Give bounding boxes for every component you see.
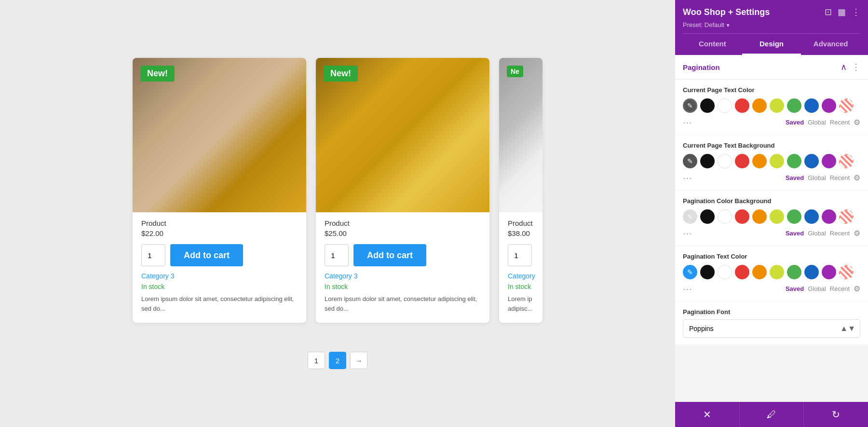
red-swatch-1[interactable] bbox=[735, 98, 749, 113]
white-swatch-4[interactable] bbox=[718, 265, 732, 279]
global-link-2[interactable]: Global bbox=[808, 174, 826, 181]
global-link-4[interactable]: Global bbox=[808, 285, 826, 292]
tab-content[interactable]: Content bbox=[683, 34, 742, 55]
next-page-button[interactable]: → bbox=[350, 352, 367, 369]
collapse-icon[interactable]: ∧ bbox=[841, 62, 847, 72]
font-select[interactable]: Poppins Roboto Open Sans Lato Montserrat bbox=[683, 319, 860, 338]
bottom-bar-preview-button[interactable]: 🖊 bbox=[740, 402, 804, 427]
red-swatch-3[interactable] bbox=[735, 209, 749, 224]
red-swatch-2[interactable] bbox=[735, 154, 749, 168]
global-link-1[interactable]: Global bbox=[808, 119, 826, 126]
black-swatch-2[interactable] bbox=[700, 154, 715, 168]
panel-tabs: Content Design Advanced bbox=[683, 33, 860, 55]
yellow-swatch-1[interactable] bbox=[770, 98, 784, 113]
bottom-bar-save-button[interactable]: ✕ bbox=[675, 402, 740, 427]
purple-swatch-3[interactable] bbox=[822, 209, 836, 224]
white-swatch-1[interactable] bbox=[718, 98, 732, 113]
recent-link-3[interactable]: Recent bbox=[830, 230, 850, 237]
purple-swatch-2[interactable] bbox=[822, 154, 836, 168]
green-swatch-2[interactable] bbox=[787, 154, 801, 168]
page-2-button[interactable]: 2 bbox=[329, 352, 346, 369]
saved-link-4[interactable]: Saved bbox=[786, 285, 804, 292]
blue-swatch-3[interactable] bbox=[804, 209, 819, 224]
blue-swatch-4[interactable] bbox=[804, 265, 819, 279]
category-link-3[interactable]: Category bbox=[499, 272, 542, 280]
black-swatch-3[interactable] bbox=[700, 209, 715, 224]
saved-link-3[interactable]: Saved bbox=[786, 230, 804, 237]
black-swatch-4[interactable] bbox=[700, 265, 715, 279]
panel-bottom-bar: ✕ 🖊 ↻ bbox=[675, 402, 868, 427]
panel-header: Woo Shop + Settings ⊡ ▦ ⋮ Preset: Defaul… bbox=[675, 0, 868, 55]
striped-swatch-2[interactable] bbox=[839, 154, 854, 168]
dots-button-3[interactable]: ··· bbox=[683, 228, 692, 239]
layout-icon[interactable]: ▦ bbox=[838, 7, 846, 17]
yellow-swatch-2[interactable] bbox=[770, 154, 784, 168]
gear-icon-4[interactable]: ⚙ bbox=[854, 284, 860, 293]
striped-swatch-1[interactable] bbox=[839, 98, 854, 113]
purple-swatch-4[interactable] bbox=[822, 265, 836, 279]
product-image-3: Ne bbox=[499, 58, 542, 212]
gear-icon-2[interactable]: ⚙ bbox=[854, 173, 860, 182]
category-link-1[interactable]: Category 3 bbox=[133, 272, 306, 280]
recent-link-1[interactable]: Recent bbox=[830, 119, 850, 126]
current-page-text-color-swatches: ✎ bbox=[683, 98, 860, 113]
recent-link-4[interactable]: Recent bbox=[830, 285, 850, 292]
blue-swatch-1[interactable] bbox=[804, 98, 819, 113]
dots-button-4[interactable]: ··· bbox=[683, 283, 692, 294]
pagination-font-section: Pagination Font Poppins Roboto Open Sans… bbox=[675, 302, 868, 344]
add-to-cart-button-2[interactable]: Add to cart bbox=[353, 244, 426, 266]
dots-button-1[interactable]: ··· bbox=[683, 117, 692, 128]
global-link-3[interactable]: Global bbox=[808, 230, 826, 237]
orange-swatch-2[interactable] bbox=[752, 154, 767, 168]
responsive-icon[interactable]: ⊡ bbox=[825, 7, 832, 17]
color-meta-row-4: ··· Saved Global Recent ⚙ bbox=[683, 283, 860, 294]
section-more-icon[interactable]: ⋮ bbox=[852, 62, 860, 72]
gear-icon-1[interactable]: ⚙ bbox=[854, 118, 860, 127]
section-header-icons: ∧ ⋮ bbox=[841, 62, 860, 72]
orange-swatch-1[interactable] bbox=[752, 98, 767, 113]
eyedropper-swatch-2[interactable]: ✎ bbox=[683, 154, 697, 168]
striped-swatch-4[interactable] bbox=[839, 265, 854, 279]
product-name-3: Product bbox=[508, 219, 534, 227]
tab-design[interactable]: Design bbox=[742, 34, 801, 55]
blue-swatch-2[interactable] bbox=[804, 154, 819, 168]
green-swatch-1[interactable] bbox=[787, 98, 801, 113]
green-swatch-4[interactable] bbox=[787, 265, 801, 279]
current-page-text-bg-section: Current Page Text Background ✎ ··· bbox=[675, 135, 868, 191]
category-link-2[interactable]: Category 3 bbox=[316, 272, 489, 280]
bottom-bar-publish-button[interactable]: ↻ bbox=[804, 402, 868, 427]
white-swatch-2[interactable] bbox=[718, 154, 732, 168]
black-swatch-1[interactable] bbox=[700, 98, 715, 113]
add-to-cart-button-1[interactable]: Add to cart bbox=[170, 244, 243, 266]
eyedropper-blue-swatch[interactable]: ✎ bbox=[683, 265, 697, 279]
green-swatch-3[interactable] bbox=[787, 209, 801, 224]
dots-button-2[interactable]: ··· bbox=[683, 172, 692, 183]
saved-link-2[interactable]: Saved bbox=[786, 174, 804, 181]
eyedropper-swatch-1[interactable]: ✎ bbox=[683, 98, 697, 113]
qty-input-3[interactable] bbox=[508, 244, 532, 266]
qty-input-1[interactable] bbox=[141, 244, 165, 266]
current-page-text-color-label: Current Page Text Color bbox=[683, 86, 860, 94]
saved-link-1[interactable]: Saved bbox=[786, 119, 804, 126]
new-badge-2: New! bbox=[324, 66, 358, 82]
tab-advanced[interactable]: Advanced bbox=[801, 34, 860, 55]
qty-input-2[interactable] bbox=[325, 244, 349, 266]
section-header: Pagination ∧ ⋮ bbox=[675, 55, 868, 80]
more-options-icon[interactable]: ⋮ bbox=[852, 7, 860, 17]
page-1-button[interactable]: 1 bbox=[308, 352, 325, 369]
recent-link-2[interactable]: Recent bbox=[830, 174, 850, 181]
product-info-1: Product $22.00 bbox=[133, 212, 306, 237]
panel-preset[interactable]: Preset: Default bbox=[683, 21, 860, 28]
striped-swatch-3[interactable] bbox=[839, 209, 854, 224]
white-swatch-3[interactable] bbox=[718, 209, 732, 224]
red-swatch-4[interactable] bbox=[735, 265, 749, 279]
color-meta-row-3: ··· Saved Global Recent ⚙ bbox=[683, 228, 860, 239]
yellow-swatch-4[interactable] bbox=[770, 265, 784, 279]
eyedropper-swatch-3[interactable]: ✎ bbox=[683, 209, 697, 224]
purple-swatch-1[interactable] bbox=[822, 98, 836, 113]
meta-links-2: Saved Global Recent ⚙ bbox=[786, 173, 860, 182]
orange-swatch-4[interactable] bbox=[752, 265, 767, 279]
orange-swatch-3[interactable] bbox=[752, 209, 767, 224]
gear-icon-3[interactable]: ⚙ bbox=[854, 229, 860, 238]
yellow-swatch-3[interactable] bbox=[770, 209, 784, 224]
